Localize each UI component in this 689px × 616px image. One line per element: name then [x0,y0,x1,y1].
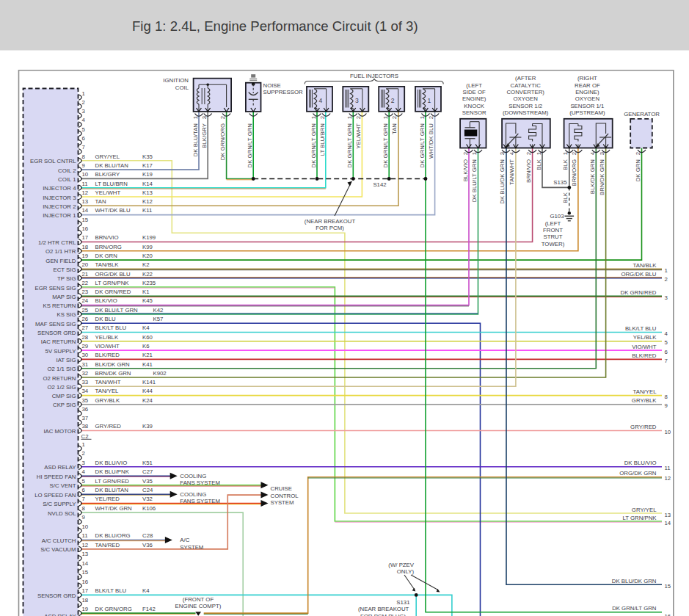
svg-text:LT BLU/BRN: LT BLU/BRN [95,181,128,187]
svg-text:CATALYTIC: CATALYTIC [511,82,542,89]
svg-text:5: 5 [82,478,86,485]
svg-text:K11: K11 [142,207,152,214]
svg-text:30: 30 [82,352,89,358]
svg-text:(LEFT: (LEFT [545,220,561,227]
svg-text:2: 2 [82,450,85,457]
svg-text:1: 1 [82,90,85,97]
svg-text:28: 28 [82,334,89,341]
svg-text:37: 37 [82,415,89,421]
svg-text:GENERATOR: GENERATOR [624,111,660,117]
svg-text:2: 2 [571,152,577,155]
svg-text:10: 10 [82,523,89,530]
svg-text:ENGINE COMPT): ENGINE COMPT) [175,603,222,609]
svg-text:DK GRN/LT GRN: DK GRN/LT GRN [247,123,253,167]
svg-text:BLK/LT BLU: BLK/LT BLU [625,325,657,332]
svg-text:K12: K12 [142,198,153,205]
svg-text:SENSOR 1/1: SENSOR 1/1 [570,103,604,109]
svg-text:K21: K21 [142,352,153,358]
svg-text:36: 36 [82,406,89,413]
svg-text:BRN/DK GRN: BRN/DK GRN [599,159,605,195]
svg-text:2: 2 [525,152,532,155]
svg-text:CONTROL: CONTROL [271,493,299,499]
svg-text:17: 17 [82,587,89,594]
svg-text:3: 3 [599,152,605,155]
svg-text:6: 6 [82,135,85,142]
svg-text:K13: K13 [142,189,153,196]
svg-text:29: 29 [82,343,89,349]
svg-text:S142: S142 [373,181,386,188]
svg-text:O2 1/1 SIG: O2 1/1 SIG [47,366,76,372]
svg-text:GRY/YEL: GRY/YEL [632,507,657,513]
svg-text:GEN FIELD: GEN FIELD [45,258,76,264]
svg-text:DK GRN/LT GRN: DK GRN/LT GRN [612,605,656,612]
svg-text:FOR PCM PLUG): FOR PCM PLUG) [360,613,406,616]
svg-text:32: 32 [82,370,89,377]
svg-text:(NEAR BREAKOUT: (NEAR BREAKOUT [358,606,409,612]
svg-text:6: 6 [82,487,85,493]
svg-text:1: 1 [428,97,431,104]
svg-text:BLK/RED: BLK/RED [95,352,120,358]
svg-text:KNOCK: KNOCK [464,103,485,109]
svg-text:16: 16 [665,613,671,616]
svg-text:K4: K4 [142,587,150,594]
svg-text:S/C VENT: S/C VENT [50,482,76,489]
svg-text:BLK/LT BLU: BLK/LT BLU [95,587,127,594]
svg-text:DK GRN/RED: DK GRN/RED [95,289,131,295]
svg-text:TAN: TAN [95,198,106,205]
svg-text:35: 35 [82,397,89,404]
svg-text:GRY/RED: GRY/RED [630,424,657,430]
svg-text:BLK: BLK [536,159,542,170]
svg-text:KS RETURN: KS RETURN [43,302,76,309]
svg-text:LT GRN/RED: LT GRN/RED [95,478,130,485]
svg-text:NVLD SOL: NVLD SOL [48,510,76,517]
svg-text:EGR SOL CNTRL: EGR SOL CNTRL [30,158,76,164]
svg-text:10: 10 [82,171,89,178]
svg-text:FANS SYSTEM: FANS SYSTEM [180,498,220,504]
svg-text:2: 2 [319,116,326,119]
svg-text:DK BLU/VIO: DK BLU/VIO [624,460,657,466]
svg-text:7: 7 [665,358,668,364]
svg-text:WHT/DK BLU: WHT/DK BLU [428,123,434,159]
svg-text:KS SIG: KS SIG [57,311,76,318]
svg-text:ORG/DK GRN: ORG/DK GRN [619,470,656,477]
svg-text:1: 1 [665,267,668,274]
svg-text:WHT/DK GRN: WHT/DK GRN [95,505,132,512]
svg-text:DK GRN/LT GRN: DK GRN/LT GRN [382,123,389,167]
svg-text:ENGINE): ENGINE) [575,89,599,95]
svg-text:38: 38 [82,423,89,430]
svg-text:16: 16 [82,225,89,232]
svg-text:K57: K57 [153,316,164,322]
svg-text:3: 3 [355,97,359,104]
svg-text:BLK/VIO: BLK/VIO [462,159,469,181]
svg-text:BLK/GRY: BLK/GRY [201,123,208,148]
svg-text:COIL: COIL [175,84,189,91]
svg-text:DK GRN/RED: DK GRN/RED [621,289,657,296]
svg-text:DK GRN: DK GRN [95,253,117,259]
svg-text:GRY/RED: GRY/RED [95,423,122,430]
svg-text:EGR SENS SIG: EGR SENS SIG [35,285,76,291]
svg-text:(W/ PZEV: (W/ PZEV [388,562,414,568]
svg-text:DK GRN/ORG: DK GRN/ORG [95,606,132,612]
svg-text:TAN/YEL: TAN/YEL [95,388,120,394]
svg-text:13: 13 [82,198,89,205]
svg-text:A/C: A/C [180,537,189,543]
svg-text:1: 1 [382,116,389,119]
svg-text:BRN/VIO: BRN/VIO [95,234,119,241]
svg-text:2: 2 [428,116,434,119]
svg-text:LO SPEED FAN: LO SPEED FAN [34,492,76,499]
svg-text:K235: K235 [142,280,156,286]
svg-text:18: 18 [82,244,89,250]
svg-text:1/2 HTR CTRL: 1/2 HTR CTRL [38,239,76,246]
svg-text:7: 7 [82,144,85,151]
svg-text:K141: K141 [142,379,156,385]
svg-text:15: 15 [665,583,671,590]
svg-text:4: 4 [665,330,668,337]
svg-text:FOR PCM): FOR PCM) [316,225,344,231]
svg-text:BLK/VIO: BLK/VIO [95,297,117,304]
svg-text:K60: K60 [142,334,153,341]
svg-text:(DOWNSTREAM): (DOWNSTREAM) [503,109,549,116]
svg-text:13: 13 [665,512,671,518]
svg-text:26: 26 [82,316,89,322]
svg-text:FUEL INJECTORS: FUEL INJECTORS [350,73,398,79]
svg-text:GRY/BLK: GRY/BLK [632,397,657,404]
